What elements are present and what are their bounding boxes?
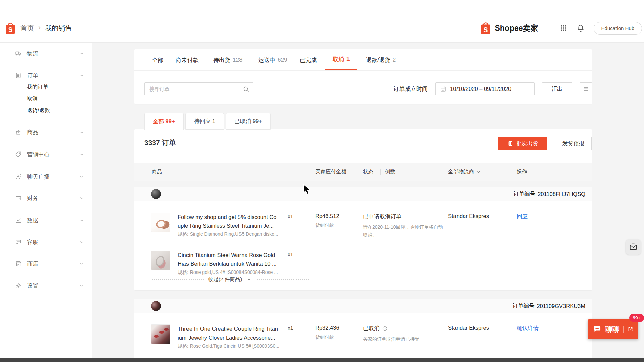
notifications-bell[interactable] (576, 24, 585, 33)
product-title-line1: Follow my shop and get 5% discount Co (178, 213, 288, 221)
order-card: 订单编号 201108FHJ7HQSQ Follow my shop and g… (134, 187, 592, 290)
sidebar-item-marketing-centre[interactable]: 营销中心 (0, 147, 92, 161)
product-image (151, 213, 170, 232)
popout-icon (627, 326, 634, 333)
envelope-icon (629, 243, 638, 251)
collapse-products-toggle[interactable]: 收起(2 件商品) (151, 275, 309, 284)
logistics-provider: Standar Ekspres (448, 213, 510, 219)
order-status-cell: 已取消 ? 买家的订单取消申请已接受 (363, 325, 445, 343)
sidebar-item-return-refund[interactable]: 退货/退款 (0, 105, 92, 116)
date-range-picker[interactable]: 10/10/2020 – 09/11/2020 (435, 82, 535, 95)
sidebar-item-chat-broadcast[interactable]: 聊天广播 (0, 170, 92, 183)
product-image (151, 251, 170, 270)
app-launcher-icon[interactable] (559, 24, 568, 32)
chat-label: 聊聊 (605, 325, 620, 334)
bulk-ship-button[interactable]: 批次出货 (498, 137, 547, 150)
chevron-down-icon (79, 175, 84, 179)
sidebar-item-logistics[interactable]: 物流 (0, 47, 92, 60)
product-title-line2: uple Ring Stainless Steel Titanium Je... (178, 221, 288, 230)
date-filter-label: 订单成立时间 (393, 82, 428, 95)
header-divider (549, 23, 549, 33)
dotted-line (256, 279, 309, 280)
chevron-down-icon (477, 170, 481, 174)
sidebar: 物流 订单 我的订单 取消 退货/退款 商品 营销中心 (0, 43, 92, 362)
sidebar-item-customer-service[interactable]: 客服 (0, 235, 92, 249)
subtab-to-respond[interactable]: 待回应 1 (185, 113, 224, 130)
breadcrumb-home[interactable]: 首页 (20, 24, 34, 33)
export-button[interactable]: 汇出 (542, 82, 572, 95)
product-row[interactable]: Follow my shop and get 5% discount Co up… (151, 213, 309, 237)
column-header-status: 状态 (363, 168, 373, 175)
svg-text:S: S (483, 26, 488, 34)
date-range-value: 10/10/2020 – 09/11/2020 (450, 86, 511, 92)
sidebar-item-orders[interactable]: 订单 (0, 69, 92, 82)
chevron-down-icon (79, 152, 84, 157)
product-row[interactable]: Cincin Titanium Steel Warna Rose Gold Hi… (151, 251, 309, 276)
shipment-forecast-button[interactable]: 发货预报 (555, 137, 592, 150)
sidebar-item-cancellation[interactable]: 取消 (0, 93, 92, 104)
calendar-icon (440, 86, 446, 92)
response-subtabs: 全部 99+ 待回应 1 已取消 99+ (144, 113, 271, 130)
sidebar-item-my-orders[interactable]: 我的订单 (0, 81, 92, 93)
hamburger-icon (583, 86, 589, 92)
app-header: S 首页 › 我的销售 S Shopee卖家 (0, 0, 644, 43)
chevron-down-icon (79, 51, 84, 56)
breadcrumb-separator: › (38, 23, 41, 32)
chat-unread-badge: 99+ (629, 314, 644, 322)
dotted-line (151, 279, 204, 280)
buyer-avatar[interactable] (151, 301, 161, 311)
order-header: 订单编号 201108FHJ7HQSQ (134, 187, 592, 201)
subtab-all[interactable]: 全部 99+ (144, 113, 184, 130)
orders-count: 3337 订单 (144, 138, 176, 147)
sidebar-item-data[interactable]: 数据 (0, 214, 92, 227)
payment-method: 货到付款 (315, 222, 362, 228)
tab-all[interactable]: 全部 (152, 49, 163, 71)
column-divider (380, 169, 381, 175)
sidebar-item-shop[interactable]: 商店 (0, 257, 92, 270)
bell-icon (576, 24, 585, 33)
search-icon[interactable] (242, 85, 250, 93)
logistics-filter-dropdown[interactable]: 全部物流商 (448, 168, 481, 175)
question-circle-icon[interactable]: ? (382, 326, 388, 331)
tab-to-ship[interactable]: 待出货128 (213, 49, 242, 71)
column-divider (309, 201, 309, 290)
tab-shipping[interactable]: 运送中629 (258, 49, 287, 71)
chat-bubble-icon (15, 239, 22, 245)
product-row[interactable]: Three In One Creative Couple Ring Titan … (151, 324, 309, 349)
column-header-countdown: 倒数 (385, 168, 395, 175)
status-note: 请在2020-11-10回应，否则订单将自动取消。 (363, 223, 445, 239)
order-number: 订单编号 201108FHJ7HQSQ (513, 187, 585, 201)
product-quantity: x1 (288, 213, 293, 219)
order-status-tabs: 全部 尚未付款 待出货128 运送中629 已完成 取消1 退款/退货2 (134, 49, 592, 71)
shopee-seller-page: S 首页 › 我的销售 S Shopee卖家 (0, 0, 644, 362)
chevron-down-icon (79, 262, 84, 266)
chevron-up-icon (247, 277, 251, 282)
tag-icon (15, 151, 22, 158)
order-clipboard-icon (15, 72, 22, 79)
export-menu-button[interactable] (580, 82, 592, 95)
line-chart-icon (15, 217, 22, 224)
buyer-avatar[interactable] (151, 189, 161, 199)
sidebar-item-products[interactable]: 商品 (0, 126, 92, 139)
mail-float-button[interactable] (626, 239, 641, 255)
respond-link[interactable]: 回应 (517, 213, 528, 219)
confirm-details-link[interactable]: 确认详情 (517, 325, 539, 331)
tab-unpaid[interactable]: 尚未付款 (176, 49, 199, 71)
sidebar-item-finance[interactable]: 财务 (0, 191, 92, 205)
chat-divider (623, 326, 624, 333)
subtab-cancelled[interactable]: 已取消 99+ (226, 113, 271, 130)
product-bag-icon (15, 129, 22, 136)
tab-completed[interactable]: 已完成 (300, 49, 317, 71)
order-action-cell: 回应 (517, 213, 528, 220)
order-amount-cell: Rp32.436 货到付款 (315, 325, 362, 340)
chat-float-button[interactable]: 聊聊 (588, 319, 638, 339)
tab-cancellation[interactable]: 取消1 (325, 49, 357, 70)
tab-return-refund[interactable]: 退款/退货2 (366, 49, 396, 71)
chevron-down-icon (79, 218, 84, 223)
education-hub-button[interactable]: Education Hub (594, 22, 642, 35)
shopee-logo-icon[interactable]: S (5, 21, 16, 35)
sidebar-item-settings[interactable]: 设置 (0, 279, 92, 292)
search-input[interactable] (145, 83, 253, 95)
product-spec: 规格: Single Diamond Ring,US5 Dengan disko… (178, 231, 288, 237)
svg-text:S: S (8, 26, 13, 33)
